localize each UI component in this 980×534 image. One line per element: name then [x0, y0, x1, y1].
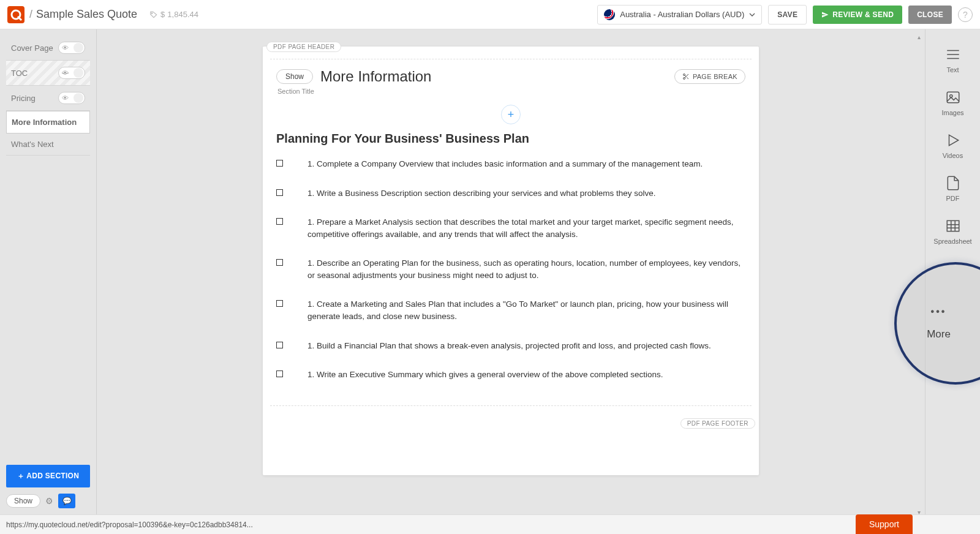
checklist-text: 1. Write an Executive Summary which give…: [307, 369, 663, 381]
checkbox-icon[interactable]: [276, 370, 283, 377]
add-section-button[interactable]: ＋ ADD SECTION: [6, 465, 90, 487]
gear-icon[interactable]: ⚙: [45, 496, 53, 506]
more-label: More: [927, 328, 951, 340]
svg-point-4: [683, 74, 685, 76]
checklist-text: 1. Describe an Operating Plan for the bu…: [307, 257, 745, 281]
pdf-footer-label: PDF PAGE FOOTER: [680, 418, 755, 429]
toolbar-label: PDF: [946, 195, 960, 202]
spreadsheet-icon: [944, 218, 962, 234]
checklist-row[interactable]: 1. Complete a Company Overview that incl…: [276, 158, 745, 170]
scroll-up-icon[interactable]: [918, 31, 924, 38]
section-list: Cover Page 👁 TOC 👁 Pricing 👁 More Inform…: [6, 36, 90, 156]
svg-rect-0: [7, 6, 24, 23]
toolbar-label: Images: [941, 109, 963, 116]
checklist-row[interactable]: 1. Build a Financial Plan that shows a b…: [276, 340, 745, 352]
checkbox-icon[interactable]: [276, 259, 283, 266]
svg-point-5: [683, 78, 685, 80]
app-logo[interactable]: [7, 6, 24, 23]
breadcrumb-title[interactable]: Sample Sales Quote: [36, 8, 137, 21]
sidebar-item-whats-next[interactable]: What's Next: [6, 134, 90, 156]
add-section-label: ADD SECTION: [26, 472, 79, 480]
checklist-text: 1. Create a Marketing and Sales Plan tha…: [307, 298, 745, 322]
add-block-button[interactable]: +: [501, 105, 521, 124]
show-button[interactable]: Show: [276, 69, 313, 84]
text-icon: [944, 47, 962, 62]
svg-rect-15: [947, 220, 959, 231]
scroll-down-icon[interactable]: [918, 506, 924, 513]
toolbar-pdf[interactable]: PDF: [925, 169, 980, 211]
checkbox-icon[interactable]: [276, 160, 283, 167]
section-header: Show More Information PAGE BREAK: [276, 68, 745, 85]
visibility-toggle[interactable]: 👁: [58, 42, 85, 54]
toolbar-text[interactable]: Text: [925, 40, 980, 82]
visibility-toggle[interactable]: 👁: [58, 92, 85, 104]
price-value: 1,845.44: [167, 10, 198, 19]
help-icon[interactable]: ?: [958, 7, 973, 22]
sidebar-item-toc[interactable]: TOC 👁: [6, 61, 90, 86]
show-pill[interactable]: Show: [6, 494, 40, 508]
price-currency-symbol: $: [160, 10, 165, 19]
svg-line-8: [685, 75, 686, 77]
status-bar: https://my.quotecloud.net/edit?proposal=…: [0, 514, 980, 534]
toolbar-label: Videos: [943, 152, 963, 159]
checkbox-icon[interactable]: [276, 218, 283, 225]
checklist-text: 1. Build a Financial Plan that shows a b…: [307, 340, 711, 352]
price-tag: $ 1,845.44: [149, 10, 198, 19]
comment-icon[interactable]: 💬: [58, 494, 75, 508]
scissors-icon: [682, 73, 690, 80]
main-canvas[interactable]: PDF PAGE HEADER Show More Information PA…: [97, 29, 925, 514]
support-button[interactable]: Support: [856, 514, 913, 534]
currency-label: Australia - Australian Dollars (AUD): [620, 10, 744, 19]
eye-icon: 👁: [62, 94, 69, 102]
left-sidebar: Cover Page 👁 TOC 👁 Pricing 👁 More Inform…: [0, 29, 97, 514]
toolbar-label: Spreadsheet: [933, 238, 971, 245]
toolbar-spreadsheet[interactable]: Spreadsheet: [925, 212, 980, 254]
status-url: https://my.quotecloud.net/edit?proposal=…: [6, 521, 253, 529]
checklist-row[interactable]: 1. Prepare a Market Analysis section tha…: [276, 216, 745, 240]
review-send-button[interactable]: REVIEW & SEND: [813, 6, 902, 24]
sidebar-item-label: TOC: [11, 69, 28, 78]
top-right-actions: Australia - Australian Dollars (AUD) SAV…: [597, 5, 973, 24]
pdf-header-label: PDF PAGE HEADER: [266, 42, 341, 52]
svg-marker-14: [949, 135, 958, 145]
eye-icon: 👁: [62, 44, 69, 51]
review-send-label: REVIEW & SEND: [832, 10, 894, 19]
toolbar-images[interactable]: Images: [925, 83, 980, 125]
chevron-down-icon: [749, 12, 755, 18]
checklist-row[interactable]: 1. Create a Marketing and Sales Plan tha…: [276, 298, 745, 322]
checklist-text: 1. Prepare a Market Analysis section tha…: [307, 216, 745, 240]
sidebar-item-pricing[interactable]: Pricing 👁: [6, 86, 90, 111]
checkbox-icon[interactable]: [276, 342, 283, 348]
breadcrumb: / Sample Sales Quote: [29, 8, 137, 21]
currency-selector[interactable]: Australia - Australian Dollars (AUD): [597, 5, 762, 24]
visibility-toggle[interactable]: 👁: [58, 67, 85, 79]
close-button[interactable]: CLOSE: [908, 6, 952, 24]
pdf-icon: [944, 175, 962, 191]
right-toolbar: Text Images Videos PDF Spreadsheet ••• M…: [925, 29, 980, 514]
send-icon: [821, 11, 829, 18]
sidebar-item-more-information[interactable]: More Information: [6, 111, 90, 134]
svg-line-7: [687, 77, 688, 79]
sidebar-item-cover-page[interactable]: Cover Page 👁: [6, 36, 90, 61]
save-button[interactable]: SAVE: [768, 5, 807, 24]
page-break-button[interactable]: PAGE BREAK: [674, 69, 745, 84]
breadcrumb-slash: /: [29, 8, 32, 21]
toolbar-videos[interactable]: Videos: [925, 126, 980, 168]
checklist-text: 1. Write a Business Description section …: [307, 187, 656, 200]
top-bar: / Sample Sales Quote $ 1,845.44 Australi…: [0, 0, 980, 29]
checkbox-icon[interactable]: [276, 300, 283, 307]
tag-icon: [149, 10, 158, 19]
checkbox-icon[interactable]: [276, 189, 283, 196]
flag-icon: [604, 9, 615, 20]
svg-rect-12: [947, 92, 959, 102]
sidebar-item-label: What's Next: [11, 140, 54, 149]
sidebar-item-label: Pricing: [11, 94, 36, 103]
video-icon: [944, 132, 962, 148]
block-title[interactable]: Planning For Your Business' Business Pla…: [276, 132, 745, 146]
checklist-row[interactable]: 1. Write a Business Description section …: [276, 187, 745, 200]
section-title[interactable]: More Information: [320, 68, 431, 85]
page-break-label: PAGE BREAK: [693, 73, 737, 80]
left-bottom-controls: Show ⚙ 💬: [6, 490, 90, 508]
checklist-row[interactable]: 1. Write an Executive Summary which give…: [276, 369, 745, 381]
checklist-row[interactable]: 1. Describe an Operating Plan for the bu…: [276, 257, 745, 281]
